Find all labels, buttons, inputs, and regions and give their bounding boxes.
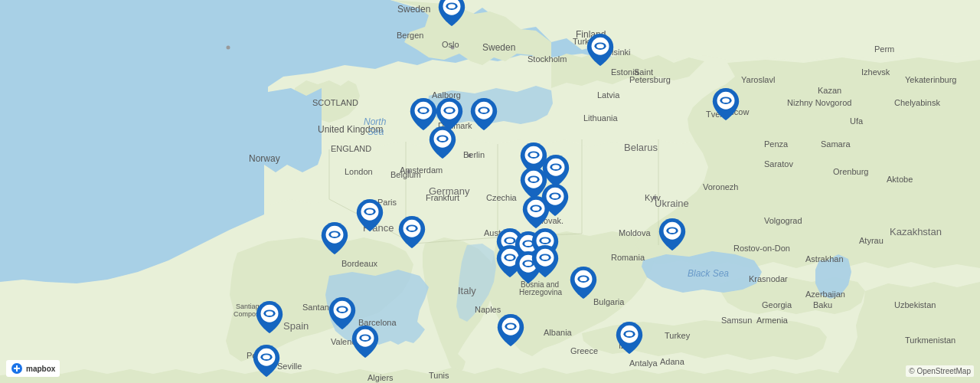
marker-portugal[interactable] bbox=[253, 345, 280, 377]
marker-denmark2[interactable] bbox=[436, 98, 463, 130]
svg-point-36 bbox=[366, 209, 374, 214]
marker-russia[interactable] bbox=[712, 88, 740, 120]
svg-point-54 bbox=[506, 255, 514, 260]
marker-denmark1[interactable] bbox=[410, 98, 437, 130]
svg-point-45 bbox=[506, 238, 514, 243]
svg-point-30 bbox=[551, 194, 559, 198]
osm-attribution: © OpenStreetMap bbox=[906, 365, 974, 377]
marker-spain1[interactable] bbox=[256, 301, 283, 333]
marker-helsinki[interactable] bbox=[586, 34, 614, 66]
svg-point-78 bbox=[361, 336, 369, 340]
marker-spain3[interactable] bbox=[351, 326, 379, 358]
svg-point-33 bbox=[532, 206, 540, 211]
svg-point-42 bbox=[331, 232, 338, 237]
svg-point-24 bbox=[552, 165, 560, 169]
marker-turkey[interactable] bbox=[616, 322, 643, 354]
svg-point-60 bbox=[541, 255, 549, 260]
svg-point-27 bbox=[530, 177, 537, 182]
map-container[interactable]: Norway Sweden Sweden Finland Estonia Lat… bbox=[0, 0, 980, 383]
marker-spain2[interactable] bbox=[328, 297, 356, 329]
marker-balkans3[interactable] bbox=[531, 245, 559, 277]
mapbox-logo[interactable]: mapbox bbox=[6, 360, 60, 377]
svg-point-69 bbox=[507, 324, 514, 329]
marker-denmark3[interactable] bbox=[470, 98, 498, 130]
svg-point-3 bbox=[448, 4, 456, 8]
dot-berlin bbox=[468, 154, 472, 158]
marker-france[interactable] bbox=[356, 199, 384, 231]
svg-point-63 bbox=[580, 277, 587, 281]
svg-point-84 bbox=[626, 332, 633, 336]
marker-slovakia[interactable] bbox=[522, 196, 550, 228]
svg-point-51 bbox=[541, 238, 549, 243]
svg-point-75 bbox=[338, 307, 346, 312]
marker-albania[interactable] bbox=[497, 314, 524, 346]
dot-amsterdam bbox=[407, 170, 411, 174]
svg-point-81 bbox=[263, 355, 270, 359]
svg-point-87 bbox=[722, 98, 730, 103]
svg-point-72 bbox=[266, 311, 273, 316]
marker-romania[interactable] bbox=[570, 267, 597, 299]
svg-point-39 bbox=[408, 226, 416, 231]
svg-point-12 bbox=[446, 108, 453, 113]
svg-point-15 bbox=[480, 108, 488, 113]
svg-point-18 bbox=[439, 136, 446, 141]
svg-point-21 bbox=[530, 152, 537, 157]
svg-point-9 bbox=[420, 108, 427, 113]
map-background bbox=[0, 0, 980, 383]
svg-point-6 bbox=[596, 44, 604, 48]
dot-oslo bbox=[451, 46, 455, 50]
dot-bergen bbox=[227, 46, 230, 50]
dot-kyiv bbox=[653, 196, 657, 200]
mapbox-label: mapbox bbox=[26, 365, 55, 373]
svg-point-66 bbox=[668, 228, 676, 233]
marker-ukraine[interactable] bbox=[658, 218, 686, 250]
marker-france2[interactable] bbox=[321, 222, 348, 254]
marker-norway[interactable] bbox=[438, 0, 466, 26]
marker-germany[interactable] bbox=[398, 216, 426, 248]
mapbox-logo-icon bbox=[11, 362, 23, 375]
marker-denmark4[interactable] bbox=[429, 126, 456, 159]
